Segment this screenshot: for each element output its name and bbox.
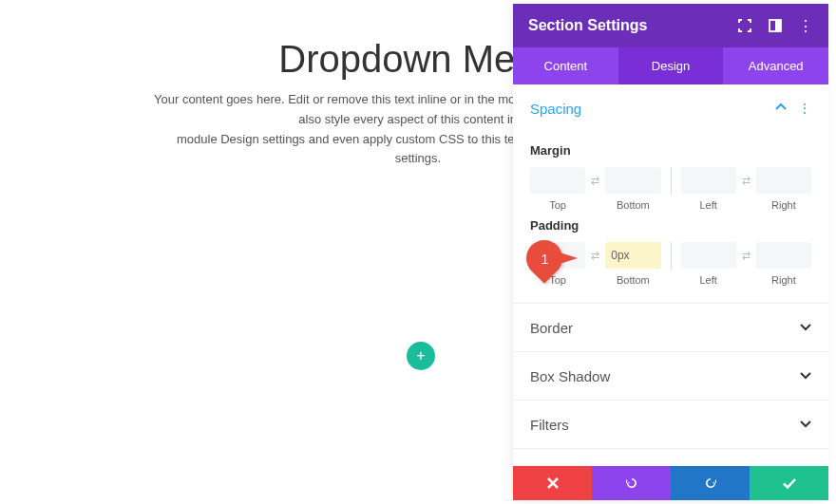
- margin-top-input[interactable]: [530, 167, 585, 194]
- snap-icon[interactable]: [768, 18, 783, 33]
- expand-icon[interactable]: [737, 18, 752, 33]
- padding-left-label: Left: [699, 274, 716, 286]
- padding-top-input[interactable]: [530, 242, 585, 269]
- margin-top-label: Top: [549, 199, 566, 211]
- margin-bottom-label: Bottom: [617, 199, 650, 211]
- padding-row: 1 Top ⇄ Bottom Left: [530, 242, 811, 286]
- padding-bottom-input[interactable]: [605, 242, 660, 269]
- section-border-title: Border: [530, 320, 573, 336]
- padding-label: Padding: [530, 218, 811, 233]
- link-icon[interactable]: ⇄: [742, 175, 750, 187]
- tab-design[interactable]: Design: [618, 47, 724, 84]
- margin-right-input[interactable]: [756, 167, 811, 194]
- section-filters-header[interactable]: Filters: [513, 401, 828, 448]
- margin-left-label: Left: [699, 199, 716, 211]
- divider: [671, 242, 672, 271]
- section-filters-title: Filters: [530, 417, 569, 433]
- section-box-shadow: Box Shadow: [513, 352, 828, 401]
- margin-bottom-input[interactable]: [605, 167, 660, 194]
- margin-right-label: Right: [771, 199, 796, 211]
- section-spacing-header[interactable]: Spacing ⋮: [513, 84, 828, 132]
- link-icon[interactable]: ⇄: [742, 250, 750, 262]
- close-button[interactable]: [513, 466, 592, 500]
- tab-content[interactable]: Content: [513, 47, 618, 84]
- panel-body: Spacing ⋮ Margin Top ⇄: [513, 84, 828, 466]
- plus-icon: +: [416, 347, 425, 364]
- tab-advanced[interactable]: Advanced: [723, 47, 828, 84]
- padding-right-label: Right: [771, 274, 796, 286]
- chevron-down-icon: [800, 367, 811, 384]
- spacing-content: Margin Top ⇄ Bottom Left: [513, 132, 828, 303]
- margin-label: Margin: [530, 143, 811, 158]
- divider: [671, 167, 672, 196]
- link-icon[interactable]: ⇄: [591, 250, 599, 262]
- panel-tabs: Content Design Advanced: [513, 47, 828, 84]
- panel-header[interactable]: Section Settings ⋮: [513, 4, 828, 47]
- redo-button[interactable]: [671, 466, 750, 500]
- kebab-icon[interactable]: ⋮: [798, 101, 811, 116]
- section-box-shadow-title: Box Shadow: [530, 368, 610, 384]
- panel-header-actions: ⋮: [737, 18, 813, 33]
- chevron-up-icon: [775, 100, 787, 117]
- padding-bottom-label: Bottom: [617, 274, 650, 286]
- chevron-down-icon: [800, 319, 811, 336]
- add-section-button[interactable]: +: [407, 342, 435, 370]
- padding-right-input[interactable]: [756, 242, 811, 269]
- save-button[interactable]: [750, 466, 828, 500]
- padding-top-label: Top: [549, 274, 566, 286]
- margin-left-input[interactable]: [681, 167, 736, 194]
- section-border: Border: [513, 304, 828, 352]
- svg-rect-1: [775, 20, 781, 31]
- chevron-down-icon: [800, 416, 811, 433]
- margin-row: Top ⇄ Bottom Left ⇄ Right: [530, 167, 811, 211]
- section-spacing: Spacing ⋮ Margin Top ⇄: [513, 84, 828, 304]
- settings-panel: Section Settings ⋮ Content Design Advanc…: [513, 4, 828, 500]
- section-filters: Filters: [513, 401, 828, 449]
- undo-button[interactable]: [592, 466, 671, 500]
- panel-title: Section Settings: [528, 17, 647, 34]
- link-icon[interactable]: ⇄: [591, 175, 599, 187]
- section-border-header[interactable]: Border: [513, 304, 828, 351]
- kebab-icon[interactable]: ⋮: [798, 18, 813, 33]
- panel-footer: [513, 466, 828, 500]
- padding-left-input[interactable]: [681, 242, 736, 269]
- section-box-shadow-header[interactable]: Box Shadow: [513, 352, 828, 400]
- section-spacing-title: Spacing: [530, 101, 581, 117]
